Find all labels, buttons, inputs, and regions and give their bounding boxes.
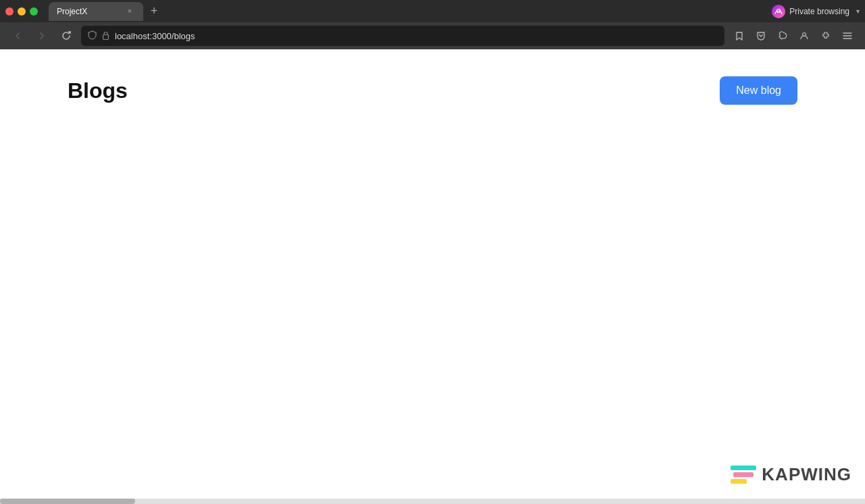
new-tab-button[interactable]: + <box>146 3 162 20</box>
kapwing-bar-1 <box>731 465 756 470</box>
shield-icon <box>88 30 97 42</box>
bookmark-button[interactable] <box>730 26 749 45</box>
kapwing-watermark: KAPWING <box>731 464 851 485</box>
title-bar: ProjectX × + Private browsing ▾ <box>0 0 865 22</box>
maximize-window-button[interactable] <box>30 7 38 16</box>
scrollbar-thumb[interactable] <box>0 499 135 504</box>
address-text: localhost:3000/blogs <box>115 31 718 41</box>
kapwing-text: KAPWING <box>762 464 851 485</box>
window-controls <box>5 7 38 16</box>
new-blog-button[interactable]: New blog <box>720 76 797 105</box>
tools-button[interactable] <box>773 26 792 45</box>
minimize-window-button[interactable] <box>18 7 26 16</box>
private-browsing-icon <box>772 5 785 18</box>
close-window-button[interactable] <box>5 7 14 16</box>
pocket-button[interactable] <box>751 26 770 45</box>
svg-rect-1 <box>103 34 109 39</box>
horizontal-scrollbar[interactable] <box>0 499 865 504</box>
lock-icon <box>102 31 109 41</box>
tabs-area: ProjectX × + <box>49 2 766 21</box>
nav-right-icons <box>730 26 857 45</box>
tab-title: ProjectX <box>57 7 119 16</box>
address-bar[interactable]: localhost:3000/blogs <box>81 26 724 46</box>
reload-button[interactable] <box>57 26 76 45</box>
page-title: Blogs <box>68 78 128 103</box>
page-header: Blogs New blog <box>68 76 797 105</box>
kapwing-bar-2 <box>733 472 753 477</box>
browser-window: ProjectX × + Private browsing ▾ <box>0 0 865 504</box>
menu-button[interactable] <box>838 26 857 45</box>
navigation-bar: localhost:3000/blogs <box>0 22 865 49</box>
extensions-button[interactable] <box>816 26 835 45</box>
page-content: Blogs New blog KAPWING <box>0 49 865 499</box>
kapwing-bar-3 <box>731 479 747 484</box>
profile-button[interactable] <box>795 26 814 45</box>
private-browsing-indicator: Private browsing ▾ <box>772 5 860 18</box>
active-tab[interactable]: ProjectX × <box>49 2 143 21</box>
forward-button[interactable] <box>32 26 51 45</box>
private-browsing-dropdown-icon: ▾ <box>856 7 860 15</box>
tab-close-button[interactable]: × <box>124 6 135 17</box>
kapwing-logo-icon <box>731 465 756 484</box>
private-browsing-label: Private browsing <box>789 7 849 16</box>
back-button[interactable] <box>8 26 27 45</box>
